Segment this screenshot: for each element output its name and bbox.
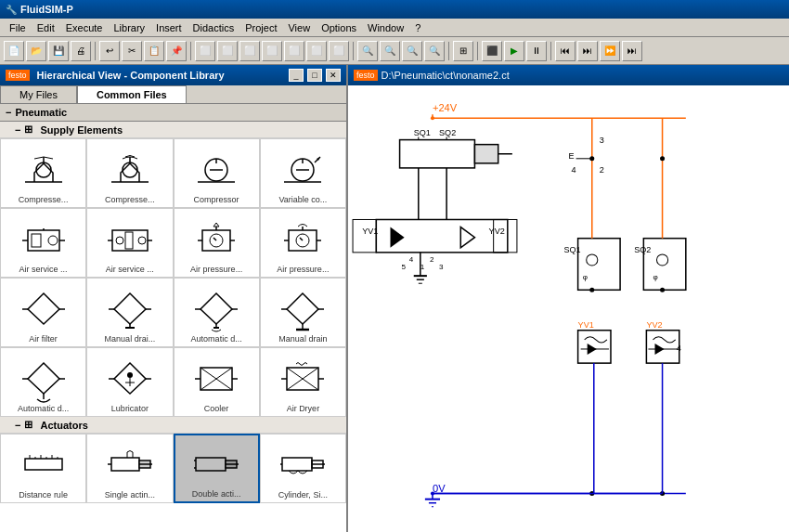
component-compressor3[interactable]: Compressor — [174, 138, 260, 208]
auto-drain-label: Automatic d... — [191, 334, 242, 344]
grid-btn[interactable]: ⊞ — [453, 41, 473, 61]
lib-minimize-btn[interactable]: _ — [289, 69, 304, 82]
category-label: Pneumatic — [15, 107, 67, 118]
undo-button[interactable]: ↩ — [99, 41, 120, 61]
component-distance-rule[interactable]: Distance rule — [0, 434, 86, 503]
menu-window[interactable]: Window — [362, 20, 409, 35]
svg-rect-119 — [353, 219, 376, 252]
toolbar-btn5[interactable]: ⬜ — [284, 41, 304, 61]
stop-btn[interactable]: ⬛ — [482, 41, 502, 61]
component-air-pressure2[interactable]: Air pressure... — [260, 208, 346, 278]
copy-button[interactable]: 📋 — [144, 41, 164, 61]
component-cooler[interactable]: Cooler — [174, 347, 260, 417]
component-air-service1[interactable]: Air service ... — [0, 208, 86, 278]
end-btn[interactable]: ⏭ — [622, 41, 642, 61]
component-double-acting[interactable]: Double acti... — [174, 434, 260, 503]
library-content: − Pneumatic − ⊞ Supply Elements — [0, 104, 346, 532]
zoom-100[interactable]: 🔍 — [424, 41, 445, 61]
svg-marker-56 — [28, 363, 59, 394]
distance-rule-label: Distance rule — [19, 490, 68, 500]
component-air-pressure1[interactable]: Air pressure... — [174, 208, 260, 278]
svg-text:0V: 0V — [433, 483, 446, 494]
zoom-in[interactable]: 🔍 — [380, 41, 400, 61]
menu-execute[interactable]: Execute — [60, 20, 109, 35]
diagram-canvas[interactable]: +24V 0V — [348, 85, 789, 532]
menu-options[interactable]: Options — [316, 20, 362, 35]
step-btn[interactable]: ⏭ — [577, 41, 598, 61]
component-air-service2[interactable]: Air service ... — [86, 208, 173, 278]
play-btn[interactable]: ▶ — [504, 41, 524, 61]
app-icon: 🔧 — [6, 5, 17, 15]
component-air-dryer[interactable]: Air Dryer — [260, 347, 346, 417]
svg-point-63 — [127, 372, 133, 378]
toolbar-btn1[interactable]: ⬜ — [195, 41, 215, 61]
air-filter-icon — [16, 282, 71, 334]
tab-common-files[interactable]: Common Files — [77, 85, 187, 103]
actuators-label: Actuators — [40, 420, 87, 431]
toolbar: 📄 📂 💾 🖨 ↩ ✂ 📋 📌 ⬜ ⬜ ⬜ ⬜ ⬜ ⬜ ⬜ 🔍 🔍 🔍 🔍 ⊞ … — [0, 37, 789, 65]
air-pressure2-icon — [275, 213, 330, 265]
title-bar: 🔧 FluidSIM-P — [0, 0, 789, 19]
svg-text:5: 5 — [402, 263, 407, 271]
festo-logo-diagram: festo — [354, 70, 378, 81]
toolbar-btn4[interactable]: ⬜ — [262, 41, 282, 61]
open-button[interactable]: 📂 — [26, 41, 46, 61]
toolbar-btn6[interactable]: ⬜ — [306, 41, 327, 61]
component-auto-drain[interactable]: Automatic d... — [174, 278, 260, 347]
svg-marker-38 — [28, 293, 59, 324]
cut-button[interactable]: ✂ — [122, 41, 142, 61]
menu-view[interactable]: View — [282, 20, 316, 35]
component-manual-drain2[interactable]: Manual drain — [260, 278, 346, 347]
air-service1-icon — [16, 213, 71, 265]
lib-close-btn[interactable]: ✕ — [326, 69, 341, 82]
svg-rect-120 — [494, 219, 517, 252]
new-button[interactable]: 📄 — [4, 41, 24, 61]
component-compressor1[interactable]: Compresse... — [0, 138, 86, 208]
subcategory-actuators[interactable]: − ⊞ Actuators — [0, 417, 346, 434]
svg-text:YV2: YV2 — [489, 227, 505, 236]
component-variable-co[interactable]: Variable co... — [260, 138, 346, 208]
menu-project[interactable]: Project — [239, 20, 282, 35]
print-button[interactable]: 🖨 — [71, 41, 91, 61]
cylinder-si-icon — [275, 438, 330, 490]
air-pressure1-label: Air pressure... — [190, 265, 242, 275]
toolbar-sep1 — [95, 42, 96, 60]
category-pneumatic[interactable]: − Pneumatic — [0, 104, 346, 122]
component-cylinder-si[interactable]: Cylinder, Si... — [260, 434, 346, 503]
component-air-filter[interactable]: Air filter — [0, 278, 86, 347]
pause-btn[interactable]: ⏸ — [526, 41, 547, 61]
component-manual-drain1[interactable]: Manual drai... — [86, 278, 173, 347]
component-single-acting[interactable]: Single actin... — [86, 434, 173, 503]
toolbar-sep2 — [190, 42, 191, 60]
menu-help[interactable]: ? — [409, 20, 426, 35]
svg-text:4: 4 — [572, 165, 576, 175]
component-compressor2[interactable]: Compresse... — [86, 138, 173, 208]
menu-didactics[interactable]: Didactics — [188, 20, 240, 35]
svg-line-27 — [213, 238, 216, 240]
svg-point-3 — [123, 162, 137, 177]
zoom-out[interactable]: 🔍 — [402, 41, 422, 61]
cooler-label: Cooler — [204, 404, 229, 414]
fast-fwd-btn[interactable]: ⏩ — [600, 41, 620, 61]
air-filter-label: Air filter — [29, 334, 58, 344]
tab-my-files[interactable]: My Files — [0, 85, 77, 103]
lib-maximize-btn[interactable]: □ — [307, 69, 322, 82]
air-service2-label: Air service ... — [106, 265, 154, 275]
svg-point-152 — [660, 156, 665, 161]
subcategory-supply[interactable]: − ⊞ Supply Elements — [0, 122, 346, 138]
step-back-btn[interactable]: ⏮ — [555, 41, 576, 61]
component-lubricator[interactable]: Lubricator — [86, 347, 173, 417]
toolbar-btn7[interactable]: ⬜ — [329, 41, 349, 61]
distance-rule-icon — [16, 438, 71, 490]
component-auto-drain2[interactable]: Automatic d... — [0, 347, 86, 417]
zoom-fit[interactable]: 🔍 — [357, 41, 378, 61]
toolbar-btn3[interactable]: ⬜ — [239, 41, 260, 61]
menu-file[interactable]: File — [4, 20, 32, 35]
menu-edit[interactable]: Edit — [32, 20, 60, 35]
toolbar-btn2[interactable]: ⬜ — [217, 41, 238, 61]
save-button[interactable]: 💾 — [48, 41, 69, 61]
toolbar-sep3 — [353, 42, 354, 60]
menu-library[interactable]: Library — [108, 20, 150, 35]
menu-insert[interactable]: Insert — [150, 20, 188, 35]
paste-button[interactable]: 📌 — [166, 41, 187, 61]
